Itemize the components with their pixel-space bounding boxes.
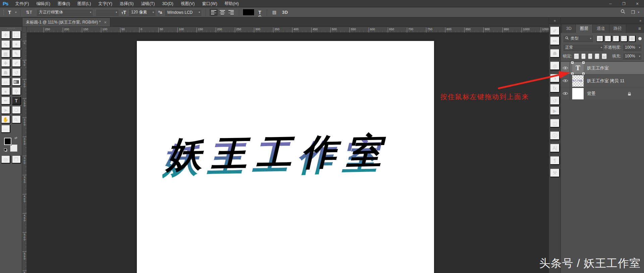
anti-alias-select[interactable]: Windows LCD ▾: [164, 9, 202, 16]
lock-all-icon[interactable]: [602, 53, 607, 59]
actions-panel-icon[interactable]: ▶: [550, 106, 560, 115]
swap-colors-icon[interactable]: ⇄: [14, 136, 17, 140]
layer-filter-select[interactable]: 类型 ▾: [563, 35, 594, 42]
healing-brush-tool[interactable]: ✚: [1, 59, 10, 67]
menu-help[interactable]: 帮助(H): [221, 0, 243, 7]
blend-mode-select[interactable]: 正常 ▾: [563, 44, 604, 51]
gradient-tool[interactable]: [12, 78, 21, 86]
lock-pixels-icon[interactable]: ✐: [581, 53, 586, 59]
filter-smart-objects-icon[interactable]: ▤: [629, 35, 636, 42]
workspace-switcher-button[interactable]: ❒ ▾: [631, 10, 639, 15]
info-panel-icon[interactable]: ⓘ: [550, 131, 560, 140]
libraries-panel-icon[interactable]: ◎: [550, 61, 560, 70]
tool-presets-panel-icon[interactable]: ⚒: [550, 168, 560, 177]
document-tab[interactable]: 未标题-1 @ 111% (妖王工作室, RGB/8#) * ×: [22, 17, 110, 27]
tab-channels[interactable]: 通道: [593, 25, 609, 33]
vertical-ruler[interactable]: 05 01 0 01 5 02 0 02 5 03 0 03 5 04 0 04…: [22, 33, 27, 273]
layer-visibility-toggle[interactable]: [561, 75, 570, 87]
blur-tool[interactable]: ●: [1, 87, 10, 95]
paragraph-panel-icon[interactable]: ¶: [550, 156, 560, 165]
quick-mask-button[interactable]: ◎: [1, 155, 10, 164]
filter-shape-layers-icon[interactable]: ❏: [621, 35, 628, 42]
3d-mode-button[interactable]: 3D: [280, 9, 290, 15]
align-right-button[interactable]: [227, 9, 235, 16]
opacity-select[interactable]: 100% ▾: [623, 44, 642, 51]
foreground-color-swatch[interactable]: [4, 138, 11, 145]
layer-row[interactable]: 背景: [561, 87, 644, 100]
fill-select[interactable]: 100% ▾: [623, 53, 642, 59]
edit-toolbar-button[interactable]: ⋯: [1, 125, 10, 133]
font-size-select[interactable]: 120 像素 ▾: [128, 9, 156, 16]
menu-image[interactable]: 图像(I): [54, 0, 74, 7]
tab-paths[interactable]: 路径: [609, 25, 626, 33]
layer-filter-toggle[interactable]: [638, 37, 642, 41]
hand-tool[interactable]: ✋: [1, 115, 10, 124]
font-family-select[interactable]: 方正行楷繁体 ▾: [36, 9, 93, 16]
align-center-button[interactable]: [218, 9, 226, 16]
search-icon[interactable]: [621, 9, 626, 15]
window-close-button[interactable]: ✕: [631, 0, 644, 7]
default-colors-icon[interactable]: [4, 148, 7, 152]
type-tool[interactable]: T: [12, 96, 21, 105]
pasteboard[interactable]: 妖王工作室 妖王工作室 按住鼠标左键拖动到上面来: [27, 33, 549, 273]
layer-row[interactable]: 妖王工作室妖王工作室 拷贝 11: [561, 75, 644, 87]
screen-mode-button[interactable]: ❐: [12, 155, 21, 164]
text-orientation-button[interactable]: ⇅T: [24, 9, 34, 15]
lasso-tool[interactable]: ∿: [1, 40, 10, 48]
horizontal-ruler[interactable]: 2502001501005005010015020025030035040045…: [27, 27, 549, 33]
background-color-swatch[interactable]: [10, 144, 17, 152]
menu-edit[interactable]: 编辑(E): [33, 0, 54, 7]
timeline-panel-icon[interactable]: ◫: [550, 119, 560, 128]
menu-file[interactable]: 文件(F): [11, 0, 33, 7]
warp-text-button[interactable]: T: [257, 9, 263, 16]
lock-position-icon[interactable]: ✛: [588, 53, 592, 59]
layer-visibility-toggle[interactable]: [561, 62, 570, 74]
menu-view[interactable]: 视图(V): [177, 0, 199, 7]
adjustments-panel-icon[interactable]: ◑: [550, 74, 560, 83]
layer-visibility-toggle[interactable]: [561, 87, 570, 100]
text-color-swatch[interactable]: [243, 9, 254, 15]
type-tool-preset-icon[interactable]: T: [8, 9, 11, 15]
move-tool[interactable]: ✛: [1, 31, 10, 39]
filter-adjustment-layers-icon[interactable]: ◑: [604, 35, 611, 42]
toggle-panels-button[interactable]: ▤: [271, 9, 278, 15]
close-tab-icon[interactable]: ×: [104, 20, 107, 25]
zoom-tool[interactable]: ⚲: [12, 115, 21, 124]
dock-collapse-button[interactable]: «: [549, 17, 560, 24]
dodge-tool[interactable]: ⚲: [12, 87, 21, 95]
brush-tool[interactable]: ✐: [12, 59, 21, 67]
lock-transparency-icon[interactable]: ▨: [574, 53, 579, 59]
tab-layers[interactable]: 图层: [576, 25, 593, 33]
shape-tool[interactable]: ⎔: [12, 106, 21, 114]
rectangular-marquee-tool[interactable]: [12, 31, 21, 39]
character-panel-icon[interactable]: A|: [550, 143, 560, 152]
path-selection-tool[interactable]: ➤: [1, 106, 10, 114]
clone-source-panel-icon[interactable]: ☗: [550, 49, 560, 58]
menu-filter[interactable]: 滤镜(T): [137, 0, 158, 7]
filter-type-layers-icon[interactable]: T: [612, 35, 620, 42]
pen-tool[interactable]: ✒: [1, 96, 10, 105]
menu-layer[interactable]: 图层(L): [74, 0, 95, 7]
history-brush-tool[interactable]: ↺: [12, 68, 21, 77]
filter-pixel-layers-icon[interactable]: ▦: [596, 35, 603, 42]
menu-select[interactable]: 选择(S): [116, 0, 138, 7]
clone-stamp-tool[interactable]: ☗: [1, 68, 10, 77]
eraser-tool[interactable]: ▱: [1, 78, 10, 86]
eyedropper-tool[interactable]: ✎: [12, 49, 21, 58]
brush-settings-panel-icon[interactable]: ✏: [550, 36, 560, 45]
menu-type[interactable]: 文字(Y): [95, 0, 116, 7]
tab-3d[interactable]: 3D: [562, 25, 576, 33]
document-canvas[interactable]: 妖王工作室 妖王工作室: [137, 41, 434, 273]
history-panel-icon[interactable]: ↺: [550, 96, 560, 105]
styles-panel-icon[interactable]: fx: [550, 84, 560, 93]
layer-row[interactable]: T妖王工作室: [561, 62, 644, 75]
lock-artboard-icon[interactable]: ❏: [595, 53, 599, 59]
magic-wand-tool[interactable]: ✶: [12, 40, 21, 48]
window-minimize-button[interactable]: ─: [604, 0, 617, 7]
menu-threed[interactable]: 3D(D): [158, 0, 177, 7]
crop-tool[interactable]: ▦: [1, 49, 10, 58]
panel-collapse-icon[interactable]: »: [639, 19, 641, 22]
menu-window[interactable]: 窗口(W): [198, 0, 221, 7]
panel-menu-icon[interactable]: ≡: [635, 25, 644, 33]
brushes-panel-icon[interactable]: ✐: [550, 26, 560, 35]
